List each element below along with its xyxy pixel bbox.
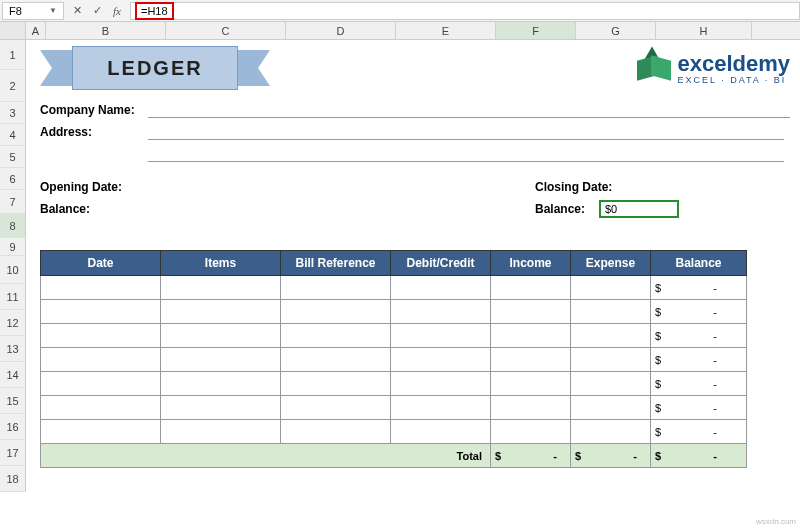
name-box[interactable]: F8 ▼ <box>2 2 64 20</box>
cancel-icon[interactable]: ✕ <box>68 2 86 20</box>
table-cell[interactable] <box>41 420 161 444</box>
table-cell[interactable] <box>161 276 281 300</box>
row-header-11[interactable]: 11 <box>0 284 26 310</box>
table-cell[interactable] <box>491 276 571 300</box>
address-input-line-2[interactable] <box>148 146 784 162</box>
col-header-H[interactable]: H <box>656 22 752 39</box>
table-cell[interactable] <box>571 276 651 300</box>
table-cell[interactable] <box>571 300 651 324</box>
table-cell[interactable] <box>571 396 651 420</box>
table-cell[interactable] <box>491 324 571 348</box>
table-cell[interactable] <box>161 372 281 396</box>
table-cell[interactable]: $- <box>651 276 747 300</box>
total-cell[interactable]: $- <box>651 444 747 468</box>
table-cell[interactable] <box>391 276 491 300</box>
sheet-content[interactable]: LEDGER exceldemy EXCEL · DATA · BI Compa… <box>26 40 800 492</box>
row-header-14[interactable]: 14 <box>0 362 26 388</box>
chevron-down-icon[interactable]: ▼ <box>49 6 57 15</box>
table-cell[interactable]: $- <box>651 300 747 324</box>
closing-balance-cell[interactable]: $0 <box>599 200 679 218</box>
fx-icon[interactable]: fx <box>108 2 126 20</box>
row-header-10[interactable]: 10 <box>0 256 26 284</box>
row-header-7[interactable]: 7 <box>0 190 26 214</box>
table-cell[interactable] <box>41 276 161 300</box>
row-header-9[interactable]: 9 <box>0 238 26 256</box>
table-cell[interactable] <box>41 372 161 396</box>
row-header-16[interactable]: 16 <box>0 414 26 440</box>
table-cell[interactable] <box>491 420 571 444</box>
total-cell[interactable]: $- <box>571 444 651 468</box>
th-income[interactable]: Income <box>491 251 571 276</box>
table-cell[interactable] <box>281 276 391 300</box>
row-header-8[interactable]: 8 <box>0 214 26 238</box>
row-header-1[interactable]: 1 <box>0 40 26 70</box>
table-cell[interactable] <box>391 324 491 348</box>
table-cell[interactable] <box>281 300 391 324</box>
table-cell[interactable] <box>281 372 391 396</box>
col-header-C[interactable]: C <box>166 22 286 39</box>
row-header-12[interactable]: 12 <box>0 310 26 336</box>
accept-icon[interactable]: ✓ <box>88 2 106 20</box>
table-cell[interactable] <box>571 348 651 372</box>
table-cell[interactable] <box>391 300 491 324</box>
table-cell[interactable] <box>391 348 491 372</box>
row-header-4[interactable]: 4 <box>0 124 26 146</box>
table-cell[interactable] <box>571 420 651 444</box>
formula-text: =H18 <box>135 2 174 20</box>
table-cell[interactable] <box>491 372 571 396</box>
table-cell[interactable] <box>391 420 491 444</box>
table-cell[interactable] <box>41 396 161 420</box>
table-cell[interactable] <box>491 348 571 372</box>
table-cell[interactable] <box>391 372 491 396</box>
table-cell[interactable] <box>571 324 651 348</box>
address-input-line[interactable] <box>148 124 784 140</box>
table-cell[interactable] <box>41 324 161 348</box>
formula-input[interactable]: =H18 <box>130 2 800 20</box>
table-cell[interactable] <box>281 348 391 372</box>
table-cell[interactable] <box>571 372 651 396</box>
total-cell[interactable]: $- <box>491 444 571 468</box>
table-cell[interactable] <box>161 420 281 444</box>
table-cell[interactable] <box>491 300 571 324</box>
th-balance[interactable]: Balance <box>651 251 747 276</box>
row-header-5[interactable]: 5 <box>0 146 26 168</box>
table-cell[interactable]: $- <box>651 348 747 372</box>
table-cell[interactable] <box>281 324 391 348</box>
th-date[interactable]: Date <box>41 251 161 276</box>
row-header-6[interactable]: 6 <box>0 168 26 190</box>
table-cell[interactable] <box>391 396 491 420</box>
table-cell[interactable] <box>161 300 281 324</box>
col-header-F[interactable]: F <box>496 22 576 39</box>
ledger-banner: LEDGER <box>40 46 270 94</box>
table-cell[interactable]: $- <box>651 324 747 348</box>
table-cell[interactable]: $- <box>651 420 747 444</box>
col-header-A[interactable]: A <box>26 22 46 39</box>
table-cell[interactable]: $- <box>651 372 747 396</box>
company-input-line[interactable] <box>148 102 790 118</box>
col-header-E[interactable]: E <box>396 22 496 39</box>
row-header-18[interactable]: 18 <box>0 466 26 492</box>
row-header-2[interactable]: 2 <box>0 70 26 102</box>
table-cell[interactable] <box>161 396 281 420</box>
row-header-17[interactable]: 17 <box>0 440 26 466</box>
row-header-3[interactable]: 3 <box>0 102 26 124</box>
th-items[interactable]: Items <box>161 251 281 276</box>
col-header-D[interactable]: D <box>286 22 396 39</box>
table-cell[interactable] <box>491 396 571 420</box>
table-cell[interactable] <box>41 348 161 372</box>
table-cell[interactable] <box>161 348 281 372</box>
col-header-G[interactable]: G <box>576 22 656 39</box>
th-debitcredit[interactable]: Debit/Credit <box>391 251 491 276</box>
table-cell[interactable] <box>161 324 281 348</box>
col-header-B[interactable]: B <box>46 22 166 39</box>
table-cell[interactable]: $- <box>651 396 747 420</box>
row-header-13[interactable]: 13 <box>0 336 26 362</box>
row-header-15[interactable]: 15 <box>0 388 26 414</box>
th-expense[interactable]: Expense <box>571 251 651 276</box>
table-cell[interactable] <box>281 420 391 444</box>
table-cell[interactable] <box>41 300 161 324</box>
th-billref[interactable]: Bill Reference <box>281 251 391 276</box>
formula-bar: F8 ▼ ✕ ✓ fx =H18 <box>0 0 800 22</box>
table-cell[interactable] <box>281 396 391 420</box>
select-all-corner[interactable] <box>0 22 26 39</box>
